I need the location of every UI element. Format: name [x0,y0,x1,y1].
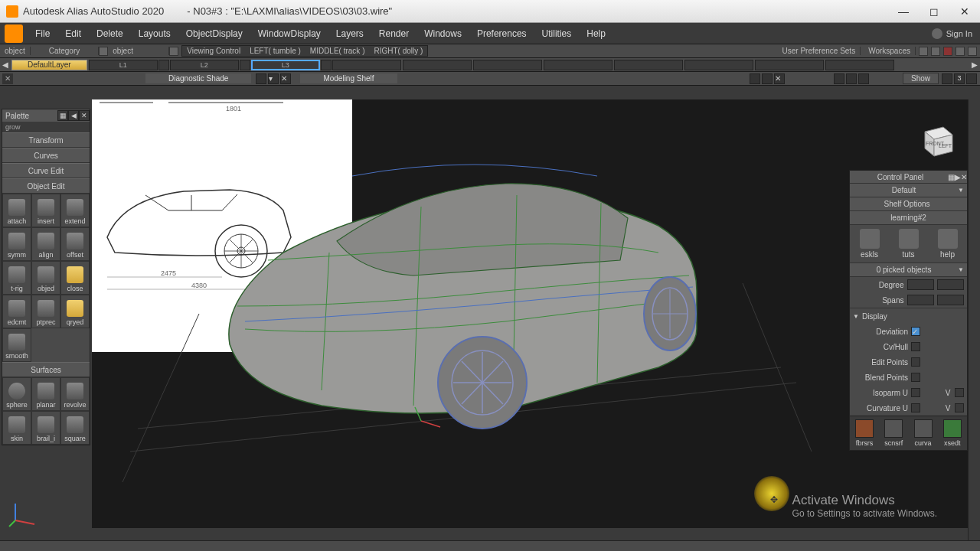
shelf-icon-1[interactable] [256,73,266,84]
view-cube[interactable]: FRONT LEFT [917,121,957,161]
toggle-icon[interactable] [169,47,178,56]
spans-u-input[interactable] [907,295,934,305]
shelf-dropdown-icon[interactable]: ▾ [268,73,279,84]
layer-slot-9[interactable] [684,60,753,70]
layer-l2-check[interactable] [240,60,250,70]
cp-default-row[interactable]: Default ▼ [850,183,967,197]
shelf-1-icon[interactable] [834,73,844,84]
shelf-r-icon-2[interactable] [762,73,773,84]
menu-windows[interactable]: Windows [416,23,469,44]
object-mode[interactable]: object [0,47,31,55]
menu-delete[interactable]: Delete [89,23,131,44]
menu-utilities[interactable]: Utilities [534,23,580,44]
show-3[interactable]: 3 [954,73,965,84]
tool-square[interactable]: square [60,411,90,445]
app-logo-icon[interactable] [5,24,23,43]
modeling-shelf-label[interactable]: Modeling Shelf [300,73,397,83]
close-button[interactable]: ✕ [949,0,980,23]
tool-sphere[interactable]: sphere [2,377,31,411]
user-preference-sets[interactable]: User Preference Sets [778,47,861,55]
cp-tab-tuts[interactable]: tuts [899,229,919,259]
control-panel-header[interactable]: Control Panel ▦ ▶ ✕ [850,171,967,183]
tool-qryed[interactable]: qryed [60,295,90,328]
tool-insert[interactable]: insert [31,194,60,227]
tool-trig[interactable]: t-rig [2,261,31,295]
curvature-v-check[interactable] [955,403,964,412]
layer-slot-5[interactable] [403,60,472,70]
layer-l3[interactable]: L3 [251,60,320,70]
minimize-button[interactable]: — [888,0,919,23]
show-icon-1[interactable] [942,73,952,84]
menu-object-display[interactable]: ObjectDisplay [178,23,250,44]
shelf-3-icon[interactable] [858,73,869,84]
cp-tab-eskls[interactable]: eskls [860,229,880,259]
cp-tool-scnsrf[interactable]: scnsrf [884,419,903,447]
viewport-3d[interactable] [92,99,980,528]
shelf-2-icon[interactable] [846,73,857,84]
pref-icon-3[interactable] [943,47,952,56]
tool-edcmt[interactable]: edcmt [2,295,31,328]
cp-tool-curva[interactable]: curva [914,419,933,447]
layer-slot-8[interactable] [614,60,683,70]
tool-close[interactable]: close [60,261,90,295]
show-button[interactable]: Show [903,73,939,84]
menu-file[interactable]: File [28,23,57,44]
layer-next-icon[interactable]: ▶ [969,60,980,69]
tool-ptprec[interactable]: ptprec [31,295,60,328]
vertical-scrollbar[interactable] [968,99,980,540]
menu-layouts[interactable]: Layouts [131,23,178,44]
pref-icon-2[interactable] [931,47,940,56]
layer-l1-check[interactable] [158,60,169,70]
cp-icon-2[interactable]: ▶ [955,173,961,181]
palette-icon-1[interactable]: ▦ [57,110,68,121]
palette-surfaces[interactable]: Surfaces [2,362,90,377]
degree-v-input[interactable] [937,279,964,290]
maximize-button[interactable]: ◻ [919,0,949,23]
pref-icon-1[interactable] [919,47,928,56]
menu-layers[interactable]: Layers [328,23,371,44]
palette-curve-edit[interactable]: Curve Edit [2,163,90,178]
layer-slot-4[interactable] [332,60,401,70]
tool-brail[interactable]: brail_i [31,411,60,445]
tool-attach[interactable]: attach [2,194,31,227]
workspaces[interactable]: Workspaces [864,47,916,55]
blendpoints-check[interactable] [911,373,920,382]
show-icon-3[interactable] [966,73,977,84]
palette-object-edit[interactable]: Object Edit [2,178,90,194]
tool-planar[interactable]: planar [31,377,60,411]
shelf-close-left-icon[interactable]: ✕ [2,73,13,84]
menu-preferences[interactable]: Preferences [469,23,534,44]
tool-symm[interactable]: symm [2,227,31,261]
sign-in-button[interactable]: Sign In [924,28,980,39]
layer-slot-7[interactable] [544,60,612,70]
cp-tool-fbrsrs[interactable]: fbrsrs [855,419,874,447]
menu-render[interactable]: Render [371,23,416,44]
shelf-r-icon-1[interactable] [750,73,760,84]
shelf-r-close-icon[interactable]: ✕ [774,73,785,84]
cp-icon-1[interactable]: ▦ [948,173,955,181]
layer-prev-icon[interactable]: ◀ [0,60,11,69]
palette-grow[interactable]: grow [2,122,90,132]
category-label[interactable]: Category [31,47,100,55]
pref-icon-4[interactable] [956,47,965,56]
menu-edit[interactable]: Edit [57,23,89,44]
isoparm-v-check[interactable] [955,388,964,397]
editpoints-check[interactable] [911,357,920,367]
tool-extend[interactable]: extend [60,194,90,227]
palette-curves[interactable]: Curves [2,148,90,163]
pref-icon-5[interactable] [968,47,977,56]
tool-offset[interactable]: offset [60,227,90,261]
tool-smooth[interactable]: smooth [2,328,31,362]
chevron-down-icon[interactable]: ▼ [958,266,964,273]
pick-icon[interactable] [99,47,108,56]
isoparm-check[interactable] [911,388,920,397]
shelf-close-icon[interactable]: ✕ [280,73,291,84]
layer-slot-11[interactable] [825,60,894,70]
tool-align[interactable]: align [31,227,60,261]
cp-close-icon[interactable]: ✕ [961,173,967,181]
cp-tab-help[interactable]: help [938,229,958,259]
degree-u-input[interactable] [907,279,934,290]
layer-slot-10[interactable] [755,60,824,70]
palette-close-icon[interactable]: ✕ [79,110,90,121]
curvature-check[interactable] [911,403,920,412]
